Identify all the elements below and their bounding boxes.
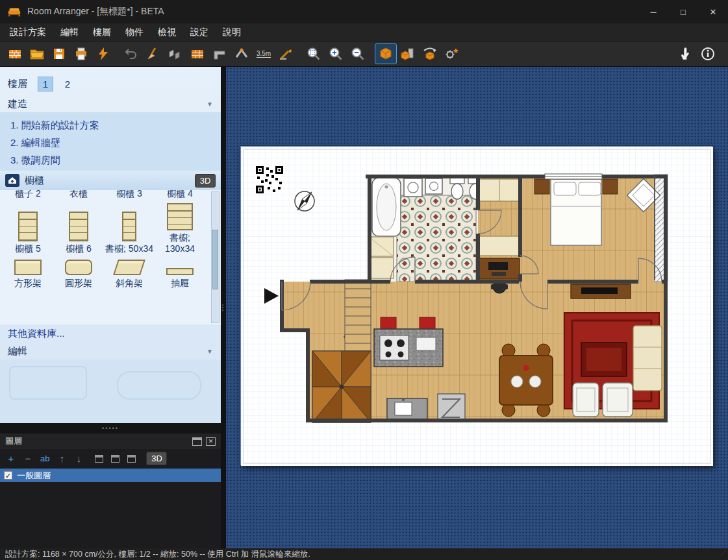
quick-build-icon[interactable] [92, 43, 114, 64]
zoom-region-icon[interactable] [303, 43, 325, 64]
measure-icon[interactable]: 3.5m [253, 43, 275, 64]
add-layer-button[interactable]: + [6, 453, 16, 464]
cabinet-item[interactable]: 斜角架 [104, 260, 155, 289]
tv-bench[interactable] [571, 284, 631, 298]
bathroom-cabinet[interactable] [369, 237, 394, 278]
layer-visibility-checkbox[interactable]: ✓ [4, 471, 12, 480]
menu-object[interactable]: 物件 [118, 23, 151, 41]
wall-corner-icon[interactable] [208, 43, 231, 64]
cabinet-item[interactable]: 櫃子 2 [3, 190, 53, 199]
remove-layer-button[interactable]: − [23, 453, 32, 464]
move-layer-down-button[interactable]: ↓ [74, 453, 83, 464]
cabinet-item[interactable]: 櫥櫃 3 [104, 190, 155, 199]
items-scrollbar[interactable] [211, 191, 220, 323]
kitchen-counter-sink[interactable] [387, 398, 427, 422]
draw-wall-icon[interactable] [275, 43, 297, 64]
build-step-3[interactable]: 3. 微調房間 [10, 151, 221, 169]
save-icon[interactable] [48, 43, 70, 64]
clean-broom-icon[interactable] [142, 43, 164, 64]
view-3d-fly-icon[interactable] [419, 43, 441, 64]
undo-icon[interactable] [120, 43, 142, 64]
other-libraries-link[interactable]: 其他資料庫... [0, 324, 221, 343]
layer-row[interactable]: ✓ 一般圖層 [0, 469, 221, 482]
cabinet-item[interactable]: 抽屜 [155, 260, 205, 289]
bar-stool[interactable] [420, 317, 435, 328]
move-to-layer-icon[interactable] [95, 455, 103, 463]
layers-3d-button[interactable]: 3D [146, 452, 167, 465]
close-panel-icon[interactable]: ✕ [206, 437, 216, 446]
zoom-out-icon[interactable] [347, 43, 369, 64]
armchair[interactable] [603, 383, 633, 417]
menu-floor[interactable]: 樓層 [86, 23, 118, 41]
floor-tab-1[interactable]: 1 [38, 77, 53, 91]
menu-help[interactable]: 說明 [216, 23, 248, 41]
floor-plan[interactable] [241, 147, 713, 466]
ghost-shape [117, 371, 201, 400]
print-icon[interactable] [70, 43, 92, 64]
armchair[interactable] [573, 383, 599, 417]
plan-page[interactable] [240, 146, 712, 465]
walk-settings-icon[interactable] [441, 43, 463, 64]
build-step-1[interactable]: 1. 開始新的設計方案 [10, 116, 221, 134]
menu-project[interactable]: 設計方案 [3, 23, 53, 41]
vertical-splitter[interactable]: ••• [221, 67, 226, 548]
nightstand[interactable] [603, 179, 618, 194]
horizontal-splitter[interactable]: ••••• [0, 423, 221, 433]
dishwasher[interactable] [438, 394, 465, 421]
resize-grip-icon[interactable]: ⋰ [720, 547, 727, 559]
cabinet-item[interactable]: 圓形架 [53, 260, 104, 289]
edit-section-header[interactable]: 編輯 ▼ [0, 343, 221, 359]
cabinet-item[interactable]: 櫥櫃 4 [155, 190, 205, 199]
collapse-icon[interactable]: ▼ [207, 348, 213, 355]
copy-to-layer-icon[interactable] [111, 455, 119, 463]
floors-label: 樓層 [8, 78, 27, 90]
hand-cursor-icon[interactable] [675, 43, 697, 64]
cabinet-item[interactable]: 櫥櫃 5 [3, 203, 53, 254]
zoom-in-icon[interactable] [325, 43, 347, 64]
build-step-2[interactable]: 2. 編輯牆壁 [10, 134, 221, 151]
bathroom-sink[interactable] [425, 178, 442, 194]
info-icon[interactable] [697, 43, 719, 64]
wall-join-icon[interactable] [231, 43, 253, 64]
nightstand[interactable] [534, 179, 549, 194]
cabinet-item-label: 衣櫃 [69, 190, 88, 199]
bar-stool[interactable] [381, 317, 396, 328]
menu-edit[interactable]: 編輯 [53, 23, 86, 41]
toilet[interactable] [450, 178, 464, 199]
cabinet-item[interactable]: 衣櫃 [53, 190, 104, 199]
cabinet-item[interactable]: 櫥櫃 6 [53, 203, 104, 254]
brick-wall-icon[interactable] [186, 43, 208, 64]
rename-layer-button[interactable]: ab [40, 454, 49, 463]
merge-layers-icon[interactable] [127, 455, 136, 463]
cabinet-item[interactable]: 書櫥; 50x34 [104, 203, 155, 254]
library-home-icon[interactable] [5, 174, 19, 187]
close-button[interactable]: ✕ [698, 0, 728, 23]
cabinet-item[interactable]: 書櫥; 130x34 [155, 203, 205, 254]
bathtub[interactable] [372, 178, 401, 236]
bed[interactable] [551, 179, 601, 245]
drawing-canvas[interactable] [226, 67, 728, 548]
floor-tab-2[interactable]: 2 [60, 77, 75, 91]
new-design-icon[interactable] [4, 43, 26, 64]
move-layer-up-button[interactable]: ↑ [57, 453, 66, 464]
menu-view[interactable]: 檢視 [151, 23, 183, 41]
items-scrollbar-thumb[interactable] [212, 230, 218, 289]
cream-sofa[interactable] [633, 326, 662, 391]
collapse-icon[interactable]: ▼ [207, 101, 213, 108]
cabinet-item[interactable]: 方形架 [3, 260, 53, 289]
dark-sofa[interactable] [581, 343, 627, 376]
view-3d-icon[interactable] [375, 43, 397, 64]
view-3d-walls-icon[interactable] [397, 43, 419, 64]
float-panel-icon[interactable] [192, 437, 202, 446]
menu-settings[interactable]: 設定 [183, 23, 216, 41]
main-toolbar: 3.5m [0, 41, 728, 67]
walls-3d-icon[interactable] [164, 43, 186, 64]
left-panel: 樓層 1 2 建造 ▼ 1. 開始新的設計方案 2. 編輯牆壁 3. 微調房間 … [0, 67, 221, 423]
minimize-button[interactable]: ─ [638, 0, 668, 23]
maximize-button[interactable]: □ [668, 0, 698, 23]
open-icon[interactable] [26, 43, 48, 64]
washing-machine[interactable] [404, 178, 422, 197]
cabinet-3d-button[interactable]: 3D [195, 174, 216, 188]
build-section-header[interactable]: 建造 ▼ [0, 95, 221, 112]
kitchen-island[interactable] [374, 329, 443, 367]
